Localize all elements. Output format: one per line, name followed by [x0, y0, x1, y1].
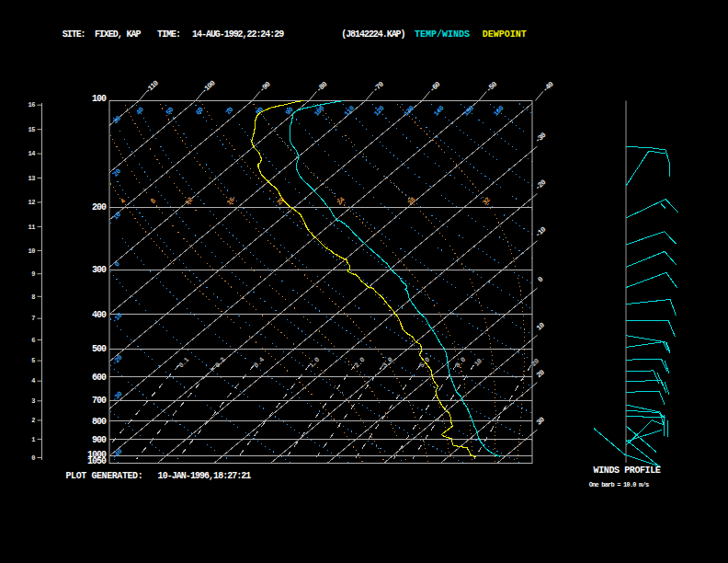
svg-text:6: 6: [31, 337, 35, 344]
svg-text:300: 300: [92, 265, 107, 275]
svg-text:14: 14: [28, 150, 36, 157]
svg-text:1050: 1050: [87, 456, 107, 466]
svg-text:500: 500: [92, 344, 107, 354]
svg-text:0: 0: [31, 454, 35, 462]
svg-text:DEWPOINT: DEWPOINT: [483, 29, 527, 40]
svg-text:1: 1: [31, 436, 35, 443]
svg-text:3: 3: [31, 397, 35, 405]
svg-text:11: 11: [28, 224, 36, 231]
svg-text:13: 13: [28, 175, 36, 182]
svg-text:5: 5: [31, 357, 35, 364]
svg-text:10-JAN-1996,18:27:21: 10-JAN-1996,18:27:21: [158, 471, 252, 481]
svg-text:One barb = 10.0 m/s: One barb = 10.0 m/s: [589, 481, 649, 488]
svg-text:TIME:: TIME:: [157, 29, 180, 40]
svg-text:PLOT GENERATED:: PLOT GENERATED:: [66, 471, 143, 481]
svg-text:600: 600: [92, 373, 107, 383]
svg-text:9: 9: [31, 270, 35, 278]
svg-text:8: 8: [31, 293, 35, 301]
svg-text:14-AUG-1992,22:24:29: 14-AUG-1992,22:24:29: [192, 29, 284, 40]
svg-text:4: 4: [31, 377, 35, 385]
svg-text:200: 200: [92, 202, 107, 213]
svg-text:15: 15: [28, 126, 36, 133]
svg-text:WINDS PROFILE: WINDS PROFILE: [594, 465, 661, 476]
svg-text:900: 900: [92, 435, 107, 445]
svg-text:FIXED, KAP: FIXED, KAP: [95, 29, 142, 40]
svg-text:700: 700: [92, 396, 107, 406]
svg-text:16: 16: [28, 101, 36, 109]
svg-text:400: 400: [92, 310, 107, 320]
svg-text:(J8142224.KAP): (J8142224.KAP): [341, 29, 404, 40]
svg-text:7: 7: [31, 315, 35, 322]
svg-text:12: 12: [28, 199, 36, 206]
svg-text:100: 100: [92, 94, 107, 104]
svg-text:10: 10: [28, 247, 36, 255]
svg-text:TEMP/WINDS: TEMP/WINDS: [415, 29, 470, 40]
svg-text:SITE:: SITE:: [63, 29, 85, 40]
svg-text:2: 2: [31, 417, 35, 424]
svg-text:800: 800: [92, 417, 107, 427]
